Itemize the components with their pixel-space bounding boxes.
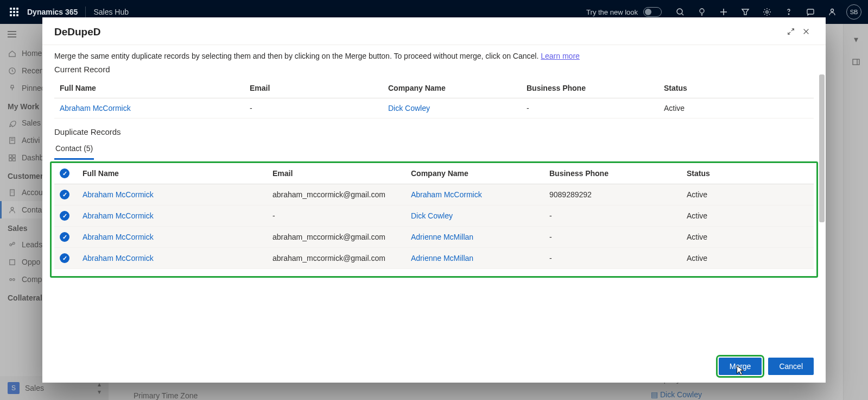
- cursor-icon: [736, 365, 745, 377]
- dialog-title: DeDupeD: [54, 26, 101, 38]
- cell-email: -: [250, 104, 388, 112]
- scrollbar-thumb[interactable]: [819, 74, 825, 222]
- current-record-heading: Current Record: [54, 65, 814, 74]
- svg-point-0: [677, 9, 682, 14]
- cell-phone: -: [527, 104, 664, 112]
- col-status[interactable]: Status: [664, 84, 808, 92]
- svg-point-9: [788, 14, 789, 14]
- cell-full-name[interactable]: Abraham McCormick: [60, 104, 250, 112]
- scrollbar-track[interactable]: [818, 74, 826, 321]
- col-company[interactable]: Company Name: [388, 84, 527, 92]
- learn-more-link[interactable]: Learn more: [541, 52, 580, 60]
- svg-marker-7: [742, 9, 749, 15]
- svg-point-2: [700, 9, 704, 13]
- svg-rect-10: [807, 9, 814, 14]
- selection-highlight: [50, 161, 818, 278]
- cell-status: Active: [664, 104, 808, 112]
- close-icon[interactable]: [799, 28, 814, 37]
- svg-point-8: [766, 11, 768, 13]
- brand-label[interactable]: Dynamics 365: [27, 8, 78, 16]
- svg-line-1: [682, 14, 683, 15]
- deduped-dialog: DeDupeD Merge the same entity duplicate …: [42, 17, 826, 383]
- cancel-button[interactable]: Cancel: [768, 358, 814, 375]
- topbar-divider: [85, 7, 86, 17]
- tab-contact[interactable]: Contact (5): [54, 141, 94, 160]
- user-avatar[interactable]: SB: [846, 4, 861, 20]
- dialog-instruction: Merge the same entity duplicate records …: [54, 52, 814, 60]
- new-look-toggle[interactable]: [643, 7, 662, 17]
- app-launcher-icon[interactable]: [3, 0, 25, 24]
- new-look-label: Try the new look: [586, 8, 638, 16]
- current-record-row[interactable]: Abraham McCormick - Dick Cowley - Active: [54, 98, 814, 118]
- col-email[interactable]: Email: [250, 84, 388, 92]
- hub-label[interactable]: Sales Hub: [93, 8, 129, 16]
- current-record-columns: Full Name Email Company Name Business Ph…: [54, 78, 814, 98]
- col-full-name[interactable]: Full Name: [60, 84, 250, 92]
- expand-icon[interactable]: [783, 28, 799, 37]
- col-phone[interactable]: Business Phone: [527, 84, 664, 92]
- duplicate-records-heading: Duplicate Records: [54, 127, 814, 136]
- cell-company[interactable]: Dick Cowley: [388, 104, 527, 112]
- svg-point-11: [831, 9, 834, 12]
